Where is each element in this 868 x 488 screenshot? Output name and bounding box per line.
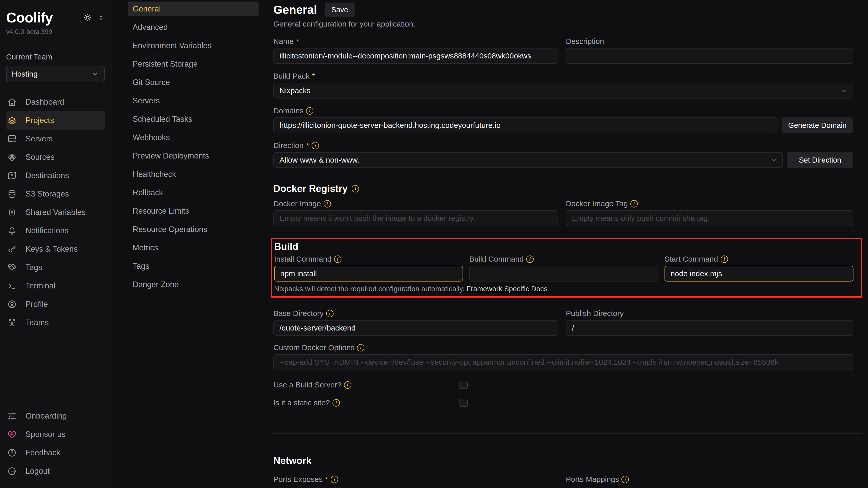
info-icon[interactable]: [721, 256, 728, 263]
settings-nav-item-advanced[interactable]: Advanced: [128, 20, 258, 35]
settings-nav-item-healthcheck[interactable]: Healthcheck: [128, 167, 258, 182]
install-command-field-group: Install Command: [274, 255, 463, 282]
sidebar-item-sources[interactable]: Sources: [6, 148, 105, 166]
app-logo: Coolify: [6, 9, 53, 26]
set-direction-button[interactable]: Set Direction: [787, 152, 853, 168]
info-icon[interactable]: [326, 310, 334, 317]
bell-icon: [7, 226, 17, 236]
settings-nav-item-servers[interactable]: Servers: [128, 93, 258, 108]
section-divider: [273, 433, 862, 434]
sidebar-item-tags[interactable]: Tags: [6, 258, 105, 277]
settings-nav-item-rollback[interactable]: Rollback: [128, 185, 258, 200]
static-site-row: Is it a static site?: [273, 399, 468, 407]
network-heading: Network: [273, 455, 853, 466]
settings-nav-item-metrics[interactable]: Metrics: [128, 240, 258, 255]
info-icon[interactable]: [357, 344, 364, 351]
sidebar-item-terminal[interactable]: Terminal: [6, 277, 105, 295]
direction-select[interactable]: [273, 152, 783, 168]
publish-directory-input[interactable]: [566, 320, 853, 336]
sidebar-item-profile[interactable]: Profile: [6, 295, 105, 313]
docker-registry-heading: Docker Registry: [273, 183, 347, 194]
required-asterisk: [306, 141, 309, 149]
sidebar-item-feedback[interactable]: Feedback: [6, 443, 105, 462]
settings-nav-item-resource-limits[interactable]: Resource Limits: [128, 204, 258, 219]
sidebar-item-destinations[interactable]: Destinations: [6, 166, 105, 185]
sidebar-item-notifications[interactable]: Notifications: [6, 222, 105, 240]
info-icon[interactable]: [352, 185, 359, 193]
server-icon: [7, 134, 17, 144]
name-label: Name: [273, 37, 294, 46]
domains-label: Domains: [273, 107, 304, 115]
sidebar-item-servers[interactable]: Servers: [6, 130, 105, 148]
team-select[interactable]: Hosting: [6, 66, 105, 82]
info-icon[interactable]: [334, 256, 341, 263]
sidebar-item-shared-variables[interactable]: Shared Variables: [6, 203, 105, 222]
info-icon[interactable]: [630, 200, 638, 207]
start-command-input[interactable]: [664, 266, 854, 282]
info-icon[interactable]: [526, 256, 534, 263]
publish-directory-field-group: Publish Directory: [566, 309, 853, 336]
name-field-group: Name: [273, 37, 558, 64]
base-directory-input[interactable]: [273, 320, 558, 336]
sidebar-item-dashboard[interactable]: Dashboard: [6, 93, 105, 111]
sidebar-item-logout[interactable]: Logout: [6, 462, 105, 480]
sidebar-item-teams[interactable]: Teams: [6, 313, 105, 332]
static-site-checkbox[interactable]: [460, 399, 468, 407]
settings-nav-item-webhooks[interactable]: Webhooks: [128, 130, 258, 145]
info-icon[interactable]: [306, 107, 313, 115]
build-command-input[interactable]: [469, 266, 658, 282]
sidebar-item-projects[interactable]: Projects: [6, 111, 105, 130]
logout-icon: [7, 466, 17, 476]
info-icon[interactable]: [333, 399, 340, 407]
framework-docs-link[interactable]: Framework Specific Docs: [466, 285, 547, 293]
settings-nav-item-tags[interactable]: Tags: [128, 259, 258, 274]
sidebar-item-onboarding[interactable]: Onboarding: [6, 407, 105, 425]
docker-image-tag-input[interactable]: [566, 210, 853, 226]
info-icon[interactable]: [621, 476, 629, 483]
domains-input[interactable]: [273, 117, 777, 133]
checklist-icon: [7, 411, 17, 421]
docker-image-label: Docker Image: [273, 200, 321, 208]
current-team-label: Current Team: [6, 53, 105, 61]
settings-nav-item-environment-variables[interactable]: Environment Variables: [128, 38, 258, 53]
settings-nav-item-preview-deployments[interactable]: Preview Deployments: [128, 148, 258, 163]
info-icon[interactable]: [312, 142, 319, 149]
sidebar-footer: Onboarding Sponsor us Feedback Logout: [6, 407, 105, 480]
theme-sun-icon[interactable]: [83, 13, 93, 23]
heart-hands-icon: [7, 430, 17, 439]
team-select-value: Hosting: [12, 70, 38, 78]
name-input[interactable]: [273, 48, 558, 64]
use-build-server-checkbox[interactable]: [460, 381, 468, 389]
info-icon[interactable]: [344, 381, 351, 389]
info-icon[interactable]: [323, 200, 331, 207]
direction-select-value: [273, 152, 783, 168]
settings-nav-item-git-source[interactable]: Git Source: [128, 75, 258, 90]
settings-nav-item-general[interactable]: General: [128, 2, 258, 16]
info-icon[interactable]: [331, 476, 338, 483]
static-site-label: Is it a static site?: [273, 399, 330, 407]
version-selector-icon[interactable]: [97, 14, 105, 22]
custom-docker-options-input[interactable]: [273, 354, 853, 370]
settings-nav-item-resource-operations[interactable]: Resource Operations: [128, 222, 258, 237]
settings-nav-item-danger-zone[interactable]: Danger Zone: [128, 277, 258, 292]
description-label: Description: [566, 37, 604, 46]
install-command-input[interactable]: [274, 266, 463, 282]
use-build-server-row: Use a Build Server?: [273, 381, 468, 389]
description-input[interactable]: [566, 48, 853, 64]
settings-nav-item-persistent-storage[interactable]: Persistent Storage: [128, 57, 258, 71]
build-pack-select[interactable]: [273, 83, 853, 98]
sidebar-item-keys-tokens[interactable]: Keys & Tokens: [6, 240, 105, 258]
build-command-label: Build Command: [469, 255, 524, 263]
sidebar-item-s3-storages[interactable]: S3 Storages: [6, 185, 105, 203]
docker-image-input[interactable]: [273, 210, 558, 226]
required-asterisk: [296, 37, 299, 46]
start-command-label: Start Command: [664, 255, 718, 263]
save-button[interactable]: Save: [324, 3, 355, 17]
generate-domain-button[interactable]: Generate Domain: [781, 117, 853, 133]
sidebar-item-sponsor-us[interactable]: Sponsor us: [6, 425, 105, 443]
description-field-group: Description: [566, 37, 853, 64]
settings-nav-item-scheduled-tasks[interactable]: Scheduled Tasks: [128, 112, 258, 126]
build-pack-field-group: Build Pack: [273, 72, 853, 98]
use-build-server-label: Use a Build Server?: [273, 381, 341, 389]
ports-exposes-label: Ports Exposes: [273, 475, 322, 483]
